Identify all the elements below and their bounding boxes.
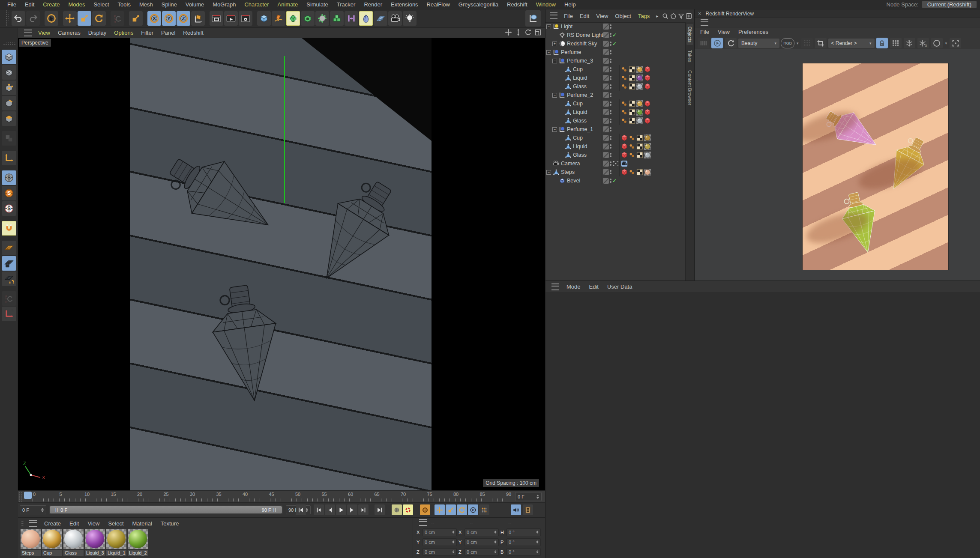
camera-tool-icon[interactable]	[388, 11, 402, 26]
uvw-tag-icon[interactable]	[629, 117, 635, 124]
deformer-icon[interactable]	[315, 11, 329, 26]
coordinates-mode-select[interactable]: --	[470, 520, 506, 525]
phong-tag-icon[interactable]	[621, 66, 628, 73]
toolbar-grip[interactable]	[5, 10, 9, 27]
redshift-tag-icon[interactable]	[621, 143, 628, 150]
coordinates-mode-select[interactable]: --	[431, 520, 468, 525]
viewport-menu-icon[interactable]	[24, 30, 32, 36]
tree-row[interactable]: Bevel✓	[545, 176, 685, 185]
editor-render-dots-icon[interactable]	[610, 127, 611, 131]
phong-tag-icon[interactable]	[629, 152, 635, 158]
align-workplane-icon[interactable]	[2, 272, 16, 286]
autokey-button[interactable]	[420, 504, 430, 515]
redshift-tag-icon[interactable]	[644, 100, 651, 107]
uvw-tag-icon[interactable]	[629, 83, 635, 90]
editor-render-dots-icon[interactable]	[610, 179, 611, 183]
material-tag-icon[interactable]	[636, 100, 643, 107]
close-icon[interactable]: ×	[698, 10, 701, 17]
enable-toggle-icon[interactable]	[603, 178, 609, 184]
collapse-icon[interactable]: −	[552, 127, 557, 132]
enable-toggle-icon[interactable]	[603, 161, 609, 167]
uvw-tag-icon[interactable]	[636, 143, 643, 150]
editor-render-dots-icon[interactable]	[610, 50, 611, 54]
object-manager-menu-tags[interactable]: Tags	[635, 12, 653, 20]
timeline-playhead[interactable]	[24, 492, 32, 499]
tree-row[interactable]: −Perfume_2	[545, 91, 685, 99]
menubar-item-greyscalegorilla[interactable]: Greyscalegorilla	[455, 1, 502, 8]
focus-icon[interactable]	[950, 38, 961, 48]
menubar-item-character[interactable]: Character	[240, 1, 273, 8]
pan-icon[interactable]	[505, 29, 512, 37]
menubar-item-select[interactable]: Select	[90, 1, 113, 8]
material-tag-icon[interactable]	[644, 143, 651, 150]
current-frame-field[interactable]: 0 F	[20, 505, 46, 514]
material-preview[interactable]	[106, 529, 126, 549]
viewport-menu-options[interactable]: Options	[110, 29, 137, 36]
film-button[interactable]	[523, 504, 533, 515]
attribute-menu-mode[interactable]: Mode	[563, 283, 584, 290]
viewport-menu-redshift[interactable]: Redshift	[179, 29, 207, 36]
material-menu-icon[interactable]	[29, 520, 37, 527]
object-manager-menu-icon[interactable]	[550, 12, 557, 19]
material-tag-icon[interactable]	[636, 83, 643, 90]
uvw-tag-icon[interactable]	[629, 75, 635, 81]
tree-row[interactable]: Cup	[545, 134, 685, 142]
editor-render-dots-icon[interactable]	[610, 76, 611, 80]
key-scale-button[interactable]	[446, 504, 456, 515]
uvw-tag-icon[interactable]	[636, 152, 643, 158]
spinner-icon[interactable]	[494, 531, 497, 534]
goto-start-button[interactable]	[296, 504, 306, 515]
editor-render-dots-icon[interactable]	[610, 101, 611, 106]
rgb-channel-button[interactable]: RGB	[781, 38, 794, 48]
coordinate-value-field[interactable]: 0 cm	[465, 528, 499, 536]
target-tag-icon[interactable]	[612, 160, 619, 167]
spinner-icon[interactable]	[453, 540, 455, 543]
coordinate-value-field[interactable]: 0 °	[506, 548, 541, 556]
enable-toggle-icon[interactable]	[603, 58, 609, 64]
home-icon[interactable]	[670, 12, 677, 20]
coordinate-value-field[interactable]: 0 cm	[423, 548, 457, 556]
tree-row[interactable]: Glass	[545, 151, 685, 159]
editor-render-dots-icon[interactable]	[610, 67, 611, 72]
collapse-icon[interactable]: −	[552, 93, 557, 98]
editor-render-dots-icon[interactable]	[610, 42, 611, 46]
menubar-item-simulate[interactable]: Simulate	[303, 1, 332, 8]
phong-tag-icon[interactable]	[621, 83, 628, 90]
enable-toggle-icon[interactable]	[603, 66, 609, 72]
viewport-menu-view[interactable]: View	[34, 29, 54, 36]
renderview-menu-preferences[interactable]: Preferences	[734, 28, 772, 36]
coordinate-value-field[interactable]: 0 °	[506, 538, 541, 546]
object-manager-menu-edit[interactable]: Edit	[577, 12, 592, 20]
key-position-button[interactable]	[435, 504, 445, 515]
rotate-icon[interactable]	[92, 11, 106, 26]
workplane-icon[interactable]	[2, 241, 16, 255]
material-item[interactable]: Liquid_3	[85, 529, 105, 556]
spinner-icon[interactable]	[536, 495, 539, 499]
material-preview[interactable]	[42, 529, 62, 549]
key-parameter-button[interactable]: P	[468, 504, 478, 515]
y-axis-lock-icon[interactable]: Y	[162, 11, 176, 26]
x-axis-lock-icon[interactable]: X	[147, 11, 161, 26]
enable-toggle-icon[interactable]	[603, 41, 609, 47]
coordinate-value-field[interactable]: 0 cm	[465, 548, 499, 556]
axis-center-icon[interactable]	[2, 307, 16, 321]
snap-enable-icon[interactable]: S	[2, 186, 16, 200]
dolly-icon[interactable]	[515, 29, 522, 37]
tree-row[interactable]: −Perfume	[545, 48, 685, 57]
add-icon[interactable]	[686, 12, 692, 20]
snap-3d-icon[interactable]: S	[2, 201, 16, 216]
editor-render-dots-icon[interactable]	[610, 170, 611, 174]
object-manager-menu-object[interactable]: Object	[612, 12, 634, 20]
tweak-mode-icon[interactable]	[2, 131, 16, 146]
volume-builder-icon[interactable]	[330, 11, 344, 26]
tree-row[interactable]: Liquid	[545, 142, 685, 151]
menu-icon[interactable]	[701, 19, 708, 26]
collapse-icon[interactable]: −	[546, 170, 551, 175]
snap-mode-icon[interactable]: S	[2, 170, 16, 185]
editor-render-dots-icon[interactable]	[610, 84, 611, 89]
coordinate-value-field[interactable]: 0 °	[506, 528, 541, 536]
editor-render-dots-icon[interactable]	[610, 153, 611, 157]
tree-row[interactable]: Liquid	[545, 108, 685, 116]
coordinates-menu-icon[interactable]	[419, 519, 427, 526]
render-film-icon[interactable]	[698, 38, 709, 48]
